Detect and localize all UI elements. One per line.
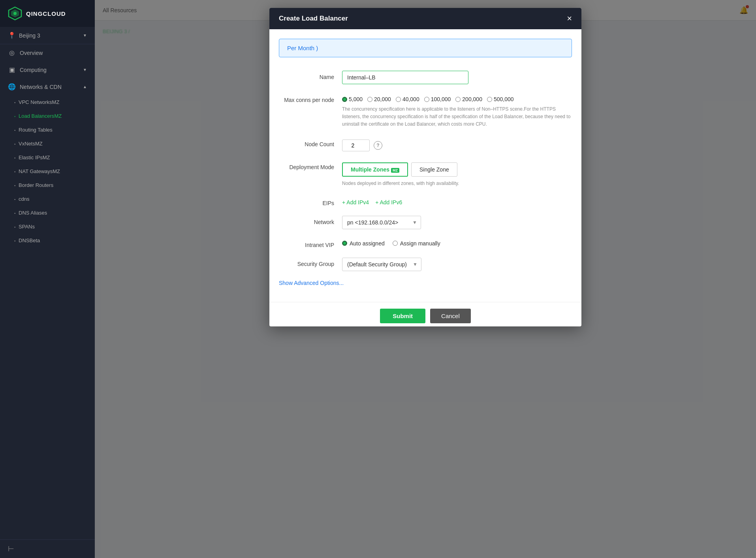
conns-5000-option[interactable]: 5,000 (342, 96, 363, 102)
intranet-auto-label: Auto assigned (350, 240, 385, 247)
name-row: Name (269, 67, 581, 88)
price-suffix: Per Month ) (287, 45, 318, 51)
sidebar-item-vpc-networks[interactable]: VPC Networks MZ (0, 95, 95, 109)
chevron-down-icon: ▼ (83, 68, 87, 72)
price-banner: Per Month ) (279, 39, 572, 57)
sidebar-sub-label-eips: Elastic IPs (19, 155, 43, 160)
sidebar-item-label-computing: Computing (20, 67, 47, 73)
sidebar-item-label-networks: Networks & CDN (20, 84, 62, 90)
sidebar-item-nat-gateways[interactable]: NAT Gateways MZ (0, 164, 95, 178)
sidebar-collapse-button[interactable]: ⊢ (0, 539, 95, 558)
node-count-label: Node Count (279, 138, 342, 147)
collapse-icon: ⊢ (8, 545, 14, 553)
mz-badge-eips: MZ (43, 155, 50, 160)
max-conns-row: Max conns per node 5,000 20,000 40,000 (269, 90, 581, 132)
sidebar-sub-label-spans: SPANs (19, 224, 35, 230)
security-group-select[interactable]: (Default Security Group) (342, 258, 421, 271)
create-load-balancer-modal: Create Load Balancer × Per Month ) Name (269, 8, 581, 326)
sidebar-item-vxnets[interactable]: VxNets MZ (0, 137, 95, 151)
security-group-row: Security Group (Default Security Group) … (269, 254, 581, 275)
max-conns-label: Max conns per node (279, 94, 342, 103)
conns-20000-option[interactable]: 20,000 (367, 96, 391, 102)
eip-links-group: Add IPv4 Add IPv6 (342, 197, 572, 205)
conns-40000-option[interactable]: 40,000 (396, 96, 419, 102)
location-selector[interactable]: 📍 Beijing 3 ▼ (0, 27, 95, 44)
modal-close-button[interactable]: × (567, 14, 572, 23)
pin-icon: 📍 (8, 32, 16, 39)
sidebar-sub-label-vxnets: VxNets (19, 141, 35, 147)
sidebar-sub-label-dns-aliases: DNS Aliases (19, 210, 47, 216)
add-ipv4-link[interactable]: Add IPv4 (342, 199, 369, 205)
sidebar-sub-label-lb: Load Balancers (19, 113, 54, 119)
network-row: Network pn <192.168.0.0/24> ▼ (269, 212, 581, 233)
advanced-options-section: Show Advanced Options... (269, 277, 581, 289)
chevron-up-icon: ▲ (83, 85, 87, 89)
sidebar-item-dns[interactable]: DNS Beta (0, 234, 95, 247)
sidebar-item-networks-cdn[interactable]: 🌐 Networks & CDN ▲ (0, 78, 95, 95)
sidebar-sub-label-cdns: cdns (19, 196, 29, 202)
modal-body: Per Month ) Name Max conns per node (269, 39, 581, 299)
network-select-wrapper: pn <192.168.0.0/24> ▼ (342, 216, 421, 229)
sidebar-sub-label-dns: DNS (19, 238, 29, 243)
network-select[interactable]: pn <192.168.0.0/24> (342, 216, 421, 229)
logo-icon (8, 6, 22, 21)
deployment-multiple-zones-button[interactable]: Multiple ZonesMZ (342, 162, 408, 177)
intranet-radio-group: Auto assigned Assign manually (342, 239, 572, 247)
svg-point-2 (13, 12, 17, 15)
deployment-single-label: Single Zone (419, 166, 449, 173)
node-count-input[interactable] (342, 140, 370, 151)
sidebar-item-computing[interactable]: ▣ Computing ▼ (0, 61, 95, 78)
deployment-hint: Nodes deployed in different zones, with … (342, 180, 572, 187)
sidebar-item-border-routers[interactable]: Border Routers (0, 178, 95, 192)
submit-button[interactable]: Submit (380, 309, 425, 323)
name-label: Name (279, 71, 342, 80)
deployment-single-zone-button[interactable]: Single Zone (411, 162, 457, 177)
sidebar-item-spans[interactable]: SPANs (0, 220, 95, 234)
sidebar-item-label-overview: Overview (20, 50, 43, 56)
eips-label: EIPs (279, 197, 342, 206)
sidebar-item-cdns[interactable]: cdns (0, 192, 95, 206)
max-conns-hint: The concurrency specification here is ap… (342, 106, 572, 128)
overview-icon: ◎ (8, 49, 16, 57)
modal-overlay: Create Load Balancer × Per Month ) Name (95, 0, 756, 558)
deployment-mode-control: Multiple ZonesMZ Single Zone Nodes deplo… (342, 161, 572, 187)
sidebar-item-load-balancers[interactable]: Load Balancers MZ (0, 109, 95, 123)
security-group-select-wrapper: (Default Security Group) ▼ (342, 258, 421, 271)
sidebar: QINGCLOUD 📍 Beijing 3 ▼ ◎ Overview ▣ Com… (0, 0, 95, 558)
node-count-help-button[interactable]: ? (374, 141, 382, 150)
sidebar-item-dns-aliases[interactable]: DNS Aliases (0, 206, 95, 220)
app-name: QINGCLOUD (26, 10, 66, 17)
conns-100000-option[interactable]: 100,000 (424, 96, 451, 102)
show-advanced-options-link[interactable]: Show Advanced Options... (269, 277, 353, 289)
network-label: Network (279, 216, 342, 225)
intranet-vip-label: Intranet VIP (279, 239, 342, 248)
deployment-multiple-label: Multiple Zones (351, 166, 389, 173)
mz-badge-vpc: MZ (52, 99, 60, 105)
max-conns-radio-group: 5,000 20,000 40,000 100,000 (342, 94, 572, 102)
conns-200000-option[interactable]: 200,000 (455, 96, 482, 102)
eips-control: Add IPv4 Add IPv6 (342, 197, 572, 205)
conns-500000-option[interactable]: 500,000 (487, 96, 514, 102)
computing-icon: ▣ (8, 66, 16, 74)
networks-icon: 🌐 (8, 83, 16, 90)
max-conns-control: 5,000 20,000 40,000 100,000 (342, 94, 572, 128)
sidebar-item-elastic-ips[interactable]: Elastic IPs MZ (0, 151, 95, 164)
modal-header: Create Load Balancer × (269, 8, 581, 29)
sidebar-sub-label-routing: Routing Tables (19, 127, 53, 133)
intranet-auto-option[interactable]: Auto assigned (342, 240, 385, 247)
add-ipv6-link[interactable]: Add IPv6 (375, 199, 402, 205)
cancel-button[interactable]: Cancel (430, 309, 471, 323)
node-count-control: ? (342, 138, 572, 151)
name-control (342, 71, 572, 84)
security-group-label: Security Group (279, 258, 342, 267)
sidebar-item-routing-tables[interactable]: Routing Tables (0, 123, 95, 137)
intranet-manual-option[interactable]: Assign manually (393, 240, 440, 247)
security-group-control: (Default Security Group) ▼ (342, 258, 572, 271)
name-input[interactable] (342, 71, 468, 84)
sidebar-header: QINGCLOUD (0, 0, 95, 27)
chevron-down-icon: ▼ (83, 33, 87, 38)
intranet-manual-label: Assign manually (400, 240, 440, 247)
network-control: pn <192.168.0.0/24> ▼ (342, 216, 572, 229)
sidebar-item-overview[interactable]: ◎ Overview (0, 44, 95, 61)
sidebar-sub-label-vpc: VPC Networks (19, 99, 52, 105)
